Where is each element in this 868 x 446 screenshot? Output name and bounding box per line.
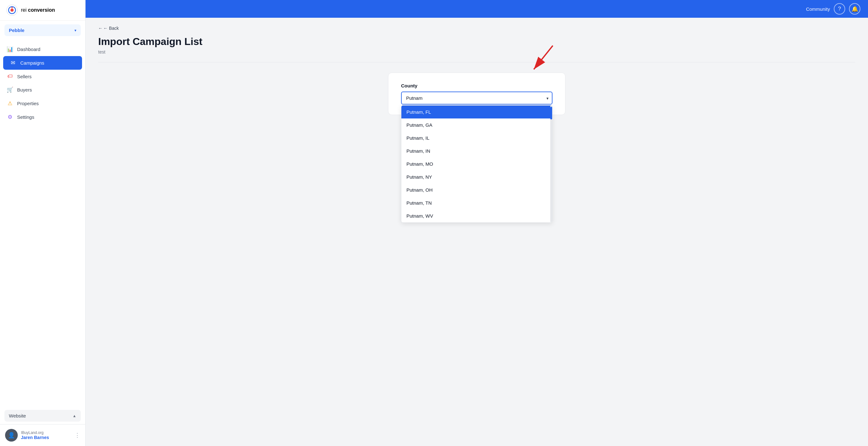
sidebar-item-label: Settings xyxy=(17,114,34,120)
top-navbar: Community ? 🔔 xyxy=(86,0,868,18)
avatar: 👤 xyxy=(5,429,18,442)
workspace-name: Pebble xyxy=(9,28,24,33)
properties-icon: ⚠ xyxy=(6,100,13,107)
dropdown-item-label: Putnam, OH xyxy=(406,187,433,193)
workspace-selector[interactable]: Pebble ▾ xyxy=(4,24,81,36)
dashboard-icon: 📊 xyxy=(6,46,13,53)
dropdown-item[interactable]: Putnam, WV xyxy=(401,210,552,222)
sidebar-item-properties[interactable]: ⚠ Properties xyxy=(0,97,85,110)
dropdown-item-label: Putnam, GA xyxy=(406,122,432,128)
dropdown-item[interactable]: Putnam, MO xyxy=(401,157,552,170)
logo-icon xyxy=(6,4,18,16)
logo-area: rei conversion xyxy=(0,0,85,21)
logo-text: rei conversion xyxy=(21,7,55,13)
website-section-header[interactable]: Website ▲ xyxy=(4,410,81,422)
county-dropdown: Putnam, FL Putnam, GA Putnam, IL Putnam,… xyxy=(401,105,553,223)
main-content: ← ← Back Import Campaign List test C xyxy=(86,18,868,446)
website-section-label: Website xyxy=(9,413,26,418)
buyers-icon: 🛒 xyxy=(6,87,13,93)
county-value: Putnam xyxy=(406,95,423,101)
back-arrow-icon: ← xyxy=(98,26,103,31)
footer-info: IBuyLand.org Jaren Barnes xyxy=(21,431,71,440)
sidebar-item-dashboard[interactable]: 📊 Dashboard xyxy=(0,42,85,56)
help-button[interactable]: ? xyxy=(834,3,845,14)
sidebar-footer: 👤 IBuyLand.org Jaren Barnes ⋮ xyxy=(0,424,85,446)
help-icon: ? xyxy=(838,6,841,12)
page-subtitle: test xyxy=(98,50,855,55)
county-select[interactable]: Putnam xyxy=(401,92,553,104)
dropdown-item[interactable]: Putnam, FL xyxy=(401,105,552,119)
back-link[interactable]: ← ← Back xyxy=(98,26,119,31)
dropdown-item-label: Putnam, MO xyxy=(406,161,433,167)
bell-icon: 🔔 xyxy=(851,6,858,12)
sidebar-item-label: Dashboard xyxy=(17,46,40,52)
dropdown-scrollbar-thumb xyxy=(550,107,552,120)
dropdown-item[interactable]: Putnam, OH xyxy=(401,183,552,196)
campaigns-icon: ✉ xyxy=(9,60,17,66)
dropdown-item-label: Putnam, IN xyxy=(406,148,430,154)
website-chevron-icon: ▲ xyxy=(72,414,76,418)
import-form-card: County Putnam ▾ Putnam, FL Putnam, GA xyxy=(388,72,565,115)
nav-items: 📊 Dashboard ✉ Campaigns 🏷 Sellers 🛒 Buye… xyxy=(0,40,85,407)
county-label: County xyxy=(401,83,553,88)
sidebar-item-buyers[interactable]: 🛒 Buyers xyxy=(0,83,85,97)
footer-org: IBuyLand.org xyxy=(21,431,71,435)
dropdown-scrollbar xyxy=(550,105,552,222)
footer-menu-button[interactable]: ⋮ xyxy=(74,432,80,439)
sidebar-item-label: Sellers xyxy=(17,74,32,79)
dropdown-item-label: Putnam, TN xyxy=(406,200,432,205)
workspace-chevron-icon: ▾ xyxy=(74,28,76,33)
content-area: ← ← Back Import Campaign List test C xyxy=(86,18,868,123)
dropdown-item[interactable]: Putnam, TN xyxy=(401,196,552,210)
dropdown-item[interactable]: Putnam, IN xyxy=(401,145,552,157)
sidebar-item-label: Properties xyxy=(17,101,39,106)
dropdown-item-label: Putnam, FL xyxy=(406,109,431,115)
sidebar-item-settings[interactable]: ⚙ Settings xyxy=(0,110,85,124)
notifications-button[interactable]: 🔔 xyxy=(849,3,860,14)
community-link[interactable]: Community xyxy=(806,6,830,12)
county-select-wrapper: Putnam ▾ Putnam, FL Putnam, GA Putnam, xyxy=(401,92,553,104)
dropdown-item[interactable]: Putnam, IL xyxy=(401,131,552,145)
sidebar-item-campaigns[interactable]: ✉ Campaigns xyxy=(3,56,82,70)
dropdown-item-label: Putnam, NY xyxy=(406,174,432,180)
sellers-icon: 🏷 xyxy=(6,73,13,79)
sidebar-item-label: Buyers xyxy=(17,87,32,93)
divider xyxy=(98,62,855,62)
dropdown-item-label: Putnam, IL xyxy=(406,135,430,141)
sidebar: rei conversion Pebble ▾ 📊 Dashboard ✉ Ca… xyxy=(0,0,86,446)
website-section: Website ▲ xyxy=(4,410,81,422)
sidebar-item-label: Campaigns xyxy=(20,60,44,66)
dropdown-item[interactable]: Putnam, GA xyxy=(401,119,552,131)
dropdown-item[interactable]: Putnam, NY xyxy=(401,170,552,183)
svg-point-2 xyxy=(10,8,13,12)
sidebar-item-sellers[interactable]: 🏷 Sellers xyxy=(0,70,85,83)
page-title: Import Campaign List xyxy=(98,36,855,47)
settings-icon: ⚙ xyxy=(6,114,13,120)
dropdown-item-label: Putnam, WV xyxy=(406,213,433,219)
svg-point-3 xyxy=(11,7,13,8)
footer-name: Jaren Barnes xyxy=(21,435,71,440)
back-label: ← Back xyxy=(103,26,119,31)
